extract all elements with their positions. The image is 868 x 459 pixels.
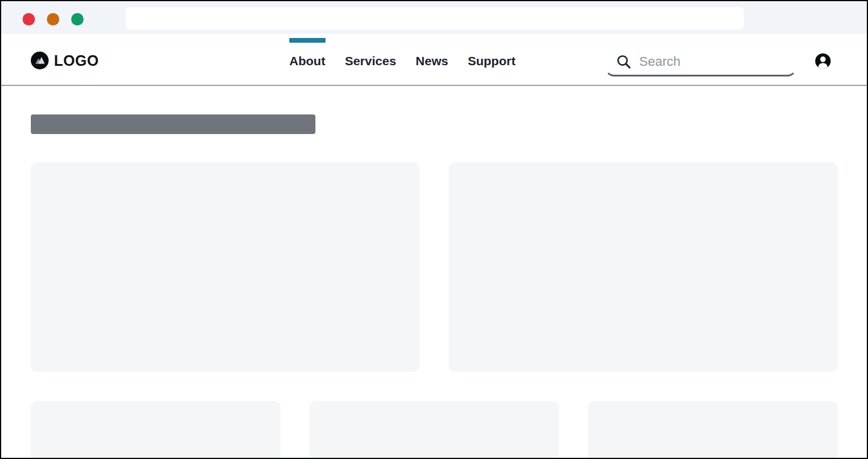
nav-item-support[interactable]: Support: [468, 36, 515, 87]
content-card-small-3: [588, 401, 838, 459]
browser-window: LOGO About Services News Support: [0, 0, 868, 459]
content-card-large-1: [31, 162, 420, 372]
main-content: [1, 114, 867, 459]
window-maximize-button[interactable]: [71, 13, 84, 26]
traffic-lights: [23, 13, 84, 26]
large-card-row: [31, 162, 838, 372]
search-icon: [616, 54, 631, 69]
logo-text: LOGO: [54, 52, 99, 69]
content-card-large-2: [449, 162, 838, 372]
window-minimize-button[interactable]: [47, 13, 59, 26]
user-avatar-icon[interactable]: [815, 53, 831, 69]
browser-chrome: [1, 1, 867, 34]
page-title-placeholder: [31, 114, 315, 134]
nav-item-services[interactable]: Services: [345, 36, 396, 87]
content-card-small-1: [31, 401, 280, 459]
content-card-small-2: [309, 401, 559, 459]
nav-item-news[interactable]: News: [416, 36, 448, 87]
nav-item-about[interactable]: About: [289, 36, 326, 87]
small-card-row: [31, 401, 838, 459]
logo-icon: [31, 52, 49, 69]
nav-links: About Services News Support: [289, 34, 515, 85]
url-bar[interactable]: [126, 7, 744, 30]
top-navigation: LOGO About Services News Support: [1, 34, 867, 86]
window-close-button[interactable]: [23, 13, 35, 26]
brand-logo[interactable]: LOGO: [31, 34, 99, 85]
search-box: [605, 47, 797, 76]
search-input[interactable]: [639, 54, 786, 69]
